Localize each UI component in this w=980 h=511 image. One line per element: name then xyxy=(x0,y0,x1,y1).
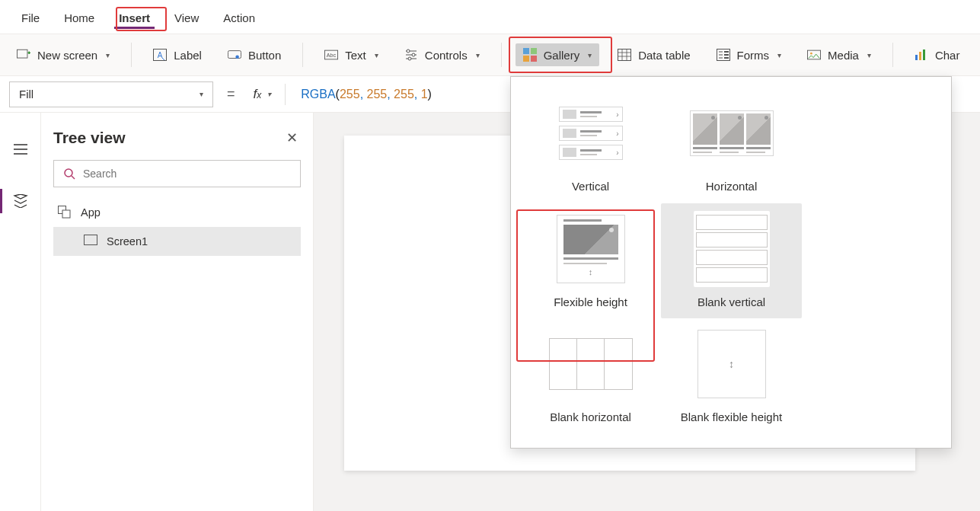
chevron-down-icon: ▾ xyxy=(867,51,871,59)
gallery-icon xyxy=(523,48,537,62)
fx-label: fx xyxy=(254,87,262,102)
ribbon: New screen ▾ A Label Button Abc Text ▾ C… xyxy=(0,34,980,76)
svg-rect-26 xyxy=(62,210,70,218)
search-input[interactable] xyxy=(83,168,291,180)
data-table-icon xyxy=(618,48,631,62)
svg-rect-21 xyxy=(915,55,918,60)
forms-icon xyxy=(717,48,730,62)
search-box[interactable] xyxy=(53,160,301,187)
controls-label: Controls xyxy=(425,49,468,62)
gallery-opt-blank-flexible[interactable]: ↕ Blank flexible height xyxy=(661,318,802,434)
gallery-dropdown: › › › Vertical Horizontal ↕ Flexible h xyxy=(510,76,952,449)
data-table-button[interactable]: Data table xyxy=(610,43,697,66)
preview-vertical: › › › xyxy=(553,95,629,171)
svg-rect-19 xyxy=(808,50,821,59)
tree-view-tab[interactable] xyxy=(5,186,36,216)
left-rail xyxy=(0,113,41,511)
svg-point-4 xyxy=(235,55,239,59)
menu-insert[interactable]: Insert xyxy=(107,4,162,30)
tree-item-label: Screen1 xyxy=(107,235,148,248)
svg-rect-10 xyxy=(523,48,529,54)
formula-fn: RGBA xyxy=(301,88,335,101)
svg-rect-18 xyxy=(724,57,729,59)
svg-point-7 xyxy=(407,50,410,53)
charts-label: Char xyxy=(935,49,960,62)
svg-point-20 xyxy=(810,53,812,55)
fx-button[interactable]: fx ▾ xyxy=(249,87,276,102)
chevron-down-icon: ▾ xyxy=(106,51,110,59)
controls-button[interactable]: Controls ▾ xyxy=(397,43,487,66)
equals-sign: = xyxy=(222,86,240,102)
svg-rect-0 xyxy=(17,50,27,58)
chevron-down-icon: ▾ xyxy=(375,51,378,59)
preview-flexible: ↕ xyxy=(553,211,629,287)
svg-rect-17 xyxy=(724,54,729,56)
svg-rect-11 xyxy=(531,48,537,54)
gallery-label: Horizontal xyxy=(664,179,799,194)
svg-point-8 xyxy=(412,53,415,56)
preview-blank-flexible: ↕ xyxy=(694,326,770,402)
divider xyxy=(892,43,893,67)
svg-rect-12 xyxy=(523,56,529,62)
gallery-label: Vertical xyxy=(523,179,658,194)
tree-item-screen1[interactable]: Screen1 xyxy=(53,227,301,256)
app-icon xyxy=(58,206,72,219)
hamburger-button[interactable] xyxy=(5,134,36,164)
gallery-opt-blank-vertical[interactable]: Blank vertical xyxy=(661,203,802,319)
charts-icon xyxy=(915,48,928,62)
gallery-label: Blank flexible height xyxy=(664,410,799,425)
chevron-down-icon: ▾ xyxy=(200,90,203,98)
svg-point-24 xyxy=(65,169,72,177)
svg-rect-22 xyxy=(919,52,921,60)
forms-button[interactable]: Forms ▾ xyxy=(709,43,790,66)
gallery-label: Flexible height xyxy=(523,295,658,310)
preview-blank-horizontal xyxy=(545,326,637,402)
preview-horizontal xyxy=(686,95,777,171)
charts-button[interactable]: Char xyxy=(907,43,968,66)
gallery-button[interactable]: Gallery ▾ xyxy=(516,43,600,66)
divider xyxy=(501,43,502,67)
menu-bar: File Home Insert View Action xyxy=(0,0,980,34)
property-name: Fill xyxy=(19,88,34,101)
button-icon xyxy=(228,48,241,62)
label-button[interactable]: A Label xyxy=(145,43,209,66)
new-screen-icon xyxy=(17,48,30,62)
text-label: Text xyxy=(345,49,366,62)
media-button[interactable]: Media ▾ xyxy=(800,43,879,66)
menu-home[interactable]: Home xyxy=(52,4,107,30)
menu-file[interactable]: File xyxy=(9,4,52,30)
svg-rect-16 xyxy=(724,51,729,53)
property-selector[interactable]: Fill ▾ xyxy=(9,81,213,107)
text-icon: Abc xyxy=(324,48,338,62)
gallery-opt-vertical[interactable]: › › › Vertical xyxy=(520,88,661,203)
tree-title: Tree view xyxy=(53,129,126,147)
gallery-label: Blank horizontal xyxy=(523,410,658,425)
chevron-down-icon: ▾ xyxy=(588,51,592,59)
svg-text:Abc: Abc xyxy=(327,52,337,59)
close-icon[interactable]: ✕ xyxy=(283,126,301,149)
svg-rect-13 xyxy=(531,56,537,62)
svg-text:A: A xyxy=(158,51,163,59)
new-screen-button[interactable]: New screen ▾ xyxy=(9,43,117,66)
svg-rect-23 xyxy=(923,50,925,60)
divider xyxy=(285,84,286,105)
preview-blank-vertical xyxy=(694,211,770,287)
menu-view[interactable]: View xyxy=(162,4,211,30)
menu-action[interactable]: Action xyxy=(211,4,267,30)
gallery-opt-blank-horizontal[interactable]: Blank horizontal xyxy=(520,318,661,434)
tree-item-app[interactable]: App xyxy=(53,198,301,227)
chevron-down-icon: ▾ xyxy=(476,51,480,59)
screen-icon xyxy=(84,235,97,248)
gallery-label: Gallery xyxy=(544,49,580,62)
label-text: Label xyxy=(174,49,202,62)
chevron-down-icon: ▾ xyxy=(267,90,271,98)
button-text: Button xyxy=(248,49,281,62)
text-button[interactable]: Abc Text ▾ xyxy=(317,43,386,66)
divider xyxy=(131,43,132,67)
divider xyxy=(302,43,303,67)
gallery-opt-horizontal[interactable]: Horizontal xyxy=(661,88,802,203)
gallery-opt-flexible[interactable]: ↕ Flexible height xyxy=(520,203,661,319)
button-button[interactable]: Button xyxy=(220,43,289,66)
tree-panel: Tree view ✕ App Screen1 xyxy=(41,113,314,511)
gallery-label: Blank vertical xyxy=(664,295,799,310)
